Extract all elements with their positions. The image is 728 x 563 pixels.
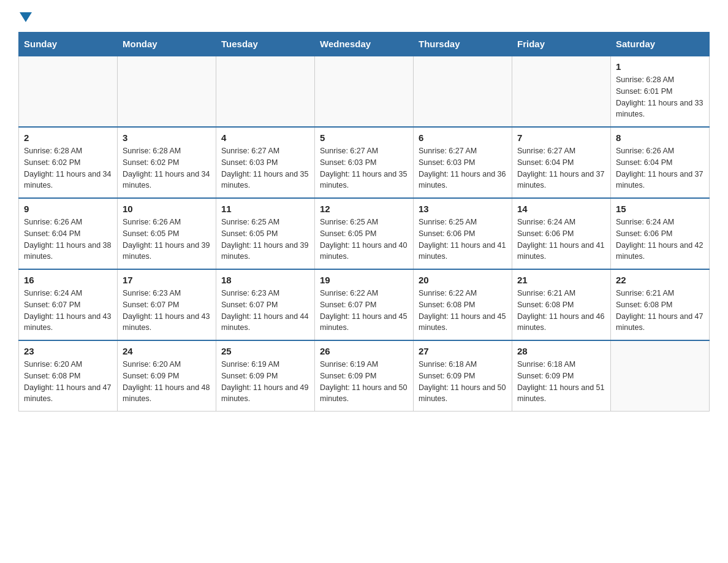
day-number: 26 [320, 346, 408, 356]
page-header [18, 12, 710, 20]
day-info: Sunrise: 6:23 AMSunset: 6:07 PMDaylight:… [123, 288, 211, 334]
day-info: Sunrise: 6:25 AMSunset: 6:06 PMDaylight:… [419, 216, 507, 262]
calendar-day-cell: 9Sunrise: 6:26 AMSunset: 6:04 PMDaylight… [19, 198, 118, 269]
day-number: 3 [123, 132, 211, 143]
calendar-day-cell: 8Sunrise: 6:26 AMSunset: 6:04 PMDaylight… [611, 127, 710, 198]
day-info: Sunrise: 6:18 AMSunset: 6:09 PMDaylight:… [419, 359, 507, 405]
calendar-day-cell [315, 56, 414, 127]
day-info: Sunrise: 6:23 AMSunset: 6:07 PMDaylight:… [221, 288, 309, 334]
day-info: Sunrise: 6:27 AMSunset: 6:04 PMDaylight:… [517, 145, 605, 191]
calendar-week-row: 1Sunrise: 6:28 AMSunset: 6:01 PMDaylight… [19, 56, 710, 127]
calendar-day-cell: 25Sunrise: 6:19 AMSunset: 6:09 PMDayligh… [216, 340, 315, 412]
day-info: Sunrise: 6:20 AMSunset: 6:09 PMDaylight:… [123, 359, 211, 405]
day-number: 1 [616, 61, 704, 72]
day-info: Sunrise: 6:22 AMSunset: 6:08 PMDaylight:… [419, 288, 507, 334]
day-number: 14 [517, 204, 605, 214]
day-info: Sunrise: 6:27 AMSunset: 6:03 PMDaylight:… [320, 145, 408, 191]
day-number: 4 [221, 132, 309, 143]
calendar-header-row: Sunday Monday Tuesday Wednesday Thursday… [19, 33, 710, 56]
day-info: Sunrise: 6:25 AMSunset: 6:05 PMDaylight:… [320, 216, 408, 262]
day-number: 21 [517, 275, 605, 285]
day-info: Sunrise: 6:19 AMSunset: 6:09 PMDaylight:… [221, 359, 309, 405]
calendar-day-cell: 1Sunrise: 6:28 AMSunset: 6:01 PMDaylight… [611, 56, 710, 127]
day-number: 20 [419, 275, 507, 285]
day-number: 28 [517, 346, 605, 356]
day-number: 25 [221, 346, 309, 356]
day-number: 8 [616, 132, 704, 143]
calendar-table: Sunday Monday Tuesday Wednesday Thursday… [18, 32, 710, 412]
header-thursday: Thursday [414, 33, 512, 56]
day-number: 16 [24, 275, 112, 285]
calendar-day-cell [512, 56, 611, 127]
calendar-day-cell: 10Sunrise: 6:26 AMSunset: 6:05 PMDayligh… [118, 198, 216, 269]
calendar-day-cell [216, 56, 315, 127]
calendar-day-cell: 28Sunrise: 6:18 AMSunset: 6:09 PMDayligh… [512, 340, 611, 412]
day-number: 6 [419, 132, 507, 143]
day-info: Sunrise: 6:25 AMSunset: 6:05 PMDaylight:… [221, 216, 309, 262]
day-number: 12 [320, 204, 408, 214]
calendar-day-cell: 3Sunrise: 6:28 AMSunset: 6:02 PMDaylight… [118, 127, 216, 198]
day-info: Sunrise: 6:28 AMSunset: 6:02 PMDaylight:… [123, 145, 211, 191]
calendar-day-cell [414, 56, 512, 127]
day-info: Sunrise: 6:28 AMSunset: 6:01 PMDaylight:… [616, 74, 704, 120]
calendar-day-cell: 23Sunrise: 6:20 AMSunset: 6:08 PMDayligh… [19, 340, 118, 412]
day-number: 2 [24, 132, 112, 143]
header-tuesday: Tuesday [216, 33, 315, 56]
day-info: Sunrise: 6:21 AMSunset: 6:08 PMDaylight:… [616, 288, 704, 334]
calendar-week-row: 2Sunrise: 6:28 AMSunset: 6:02 PMDaylight… [19, 127, 710, 198]
day-info: Sunrise: 6:27 AMSunset: 6:03 PMDaylight:… [221, 145, 309, 191]
day-number: 17 [123, 275, 211, 285]
calendar-day-cell: 22Sunrise: 6:21 AMSunset: 6:08 PMDayligh… [611, 269, 710, 340]
calendar-day-cell: 13Sunrise: 6:25 AMSunset: 6:06 PMDayligh… [414, 198, 512, 269]
day-number: 23 [24, 346, 112, 356]
day-number: 22 [616, 275, 704, 285]
calendar-day-cell: 5Sunrise: 6:27 AMSunset: 6:03 PMDaylight… [315, 127, 414, 198]
calendar-day-cell: 12Sunrise: 6:25 AMSunset: 6:05 PMDayligh… [315, 198, 414, 269]
header-friday: Friday [512, 33, 611, 56]
calendar-day-cell: 17Sunrise: 6:23 AMSunset: 6:07 PMDayligh… [118, 269, 216, 340]
calendar-day-cell: 20Sunrise: 6:22 AMSunset: 6:08 PMDayligh… [414, 269, 512, 340]
day-number: 10 [123, 204, 211, 214]
header-wednesday: Wednesday [315, 33, 414, 56]
calendar-day-cell: 7Sunrise: 6:27 AMSunset: 6:04 PMDaylight… [512, 127, 611, 198]
header-sunday: Sunday [19, 33, 118, 56]
calendar-day-cell: 18Sunrise: 6:23 AMSunset: 6:07 PMDayligh… [216, 269, 315, 340]
calendar-day-cell: 15Sunrise: 6:24 AMSunset: 6:06 PMDayligh… [611, 198, 710, 269]
calendar-week-row: 9Sunrise: 6:26 AMSunset: 6:04 PMDaylight… [19, 198, 710, 269]
calendar-day-cell: 4Sunrise: 6:27 AMSunset: 6:03 PMDaylight… [216, 127, 315, 198]
calendar-day-cell: 2Sunrise: 6:28 AMSunset: 6:02 PMDaylight… [19, 127, 118, 198]
day-number: 15 [616, 204, 704, 214]
day-number: 13 [419, 204, 507, 214]
day-info: Sunrise: 6:24 AMSunset: 6:07 PMDaylight:… [24, 288, 112, 334]
calendar-day-cell [118, 56, 216, 127]
day-info: Sunrise: 6:24 AMSunset: 6:06 PMDaylight:… [517, 216, 605, 262]
day-number: 11 [221, 204, 309, 214]
logo [18, 12, 33, 20]
calendar-day-cell: 14Sunrise: 6:24 AMSunset: 6:06 PMDayligh… [512, 198, 611, 269]
day-number: 18 [221, 275, 309, 285]
day-info: Sunrise: 6:18 AMSunset: 6:09 PMDaylight:… [517, 359, 605, 405]
calendar-day-cell: 24Sunrise: 6:20 AMSunset: 6:09 PMDayligh… [118, 340, 216, 412]
day-info: Sunrise: 6:19 AMSunset: 6:09 PMDaylight:… [320, 359, 408, 405]
calendar-day-cell: 16Sunrise: 6:24 AMSunset: 6:07 PMDayligh… [19, 269, 118, 340]
logo-triangle-icon [20, 12, 32, 22]
day-info: Sunrise: 6:27 AMSunset: 6:03 PMDaylight:… [419, 145, 507, 191]
day-number: 5 [320, 132, 408, 143]
calendar-day-cell [19, 56, 118, 127]
day-number: 24 [123, 346, 211, 356]
day-info: Sunrise: 6:20 AMSunset: 6:08 PMDaylight:… [24, 359, 112, 405]
day-info: Sunrise: 6:26 AMSunset: 6:04 PMDaylight:… [616, 145, 704, 191]
calendar-day-cell: 27Sunrise: 6:18 AMSunset: 6:09 PMDayligh… [414, 340, 512, 412]
calendar-day-cell [611, 340, 710, 412]
day-number: 9 [24, 204, 112, 214]
calendar-day-cell: 26Sunrise: 6:19 AMSunset: 6:09 PMDayligh… [315, 340, 414, 412]
day-info: Sunrise: 6:21 AMSunset: 6:08 PMDaylight:… [517, 288, 605, 334]
day-number: 19 [320, 275, 408, 285]
header-monday: Monday [118, 33, 216, 56]
calendar-week-row: 16Sunrise: 6:24 AMSunset: 6:07 PMDayligh… [19, 269, 710, 340]
day-number: 7 [517, 132, 605, 143]
header-saturday: Saturday [611, 33, 710, 56]
calendar-day-cell: 19Sunrise: 6:22 AMSunset: 6:07 PMDayligh… [315, 269, 414, 340]
day-info: Sunrise: 6:22 AMSunset: 6:07 PMDaylight:… [320, 288, 408, 334]
day-info: Sunrise: 6:26 AMSunset: 6:04 PMDaylight:… [24, 216, 112, 262]
